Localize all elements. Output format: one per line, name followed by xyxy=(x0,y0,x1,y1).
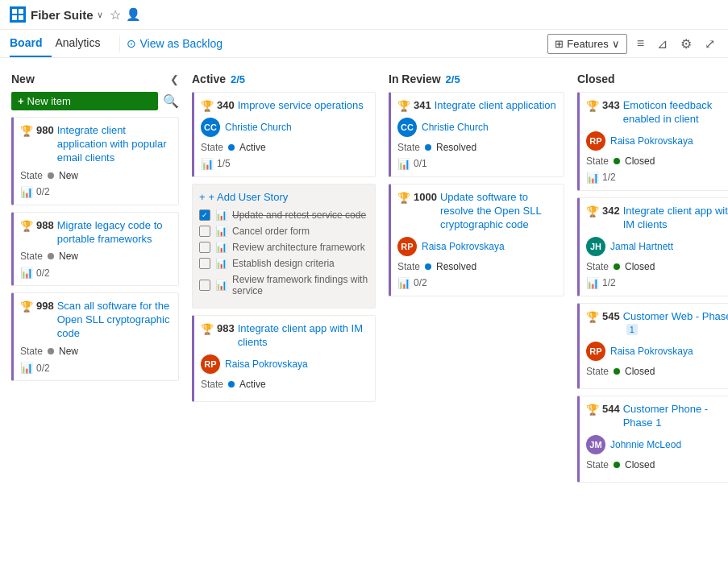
avatar-983: RP xyxy=(201,354,220,374)
tab-analytics[interactable]: Analytics xyxy=(55,30,110,57)
card-343[interactable]: 🏆 343 Emoticon feedback enabled in clien… xyxy=(577,92,728,191)
story-text-1: Update and retest service code xyxy=(232,209,366,221)
story-checkbox-4[interactable] xyxy=(199,258,210,269)
state-dot xyxy=(425,144,431,151)
new-item-button[interactable]: + New item xyxy=(11,92,158,110)
expand-icon[interactable]: ⤢ xyxy=(701,33,718,55)
card-340[interactable]: 🏆 340 Improve service operations CC Chri… xyxy=(192,92,376,177)
progress-value: 1/5 xyxy=(217,158,231,169)
search-icon[interactable]: 🔍 xyxy=(163,93,179,109)
card-341[interactable]: 🏆 341 Integrate client application CC Ch… xyxy=(389,92,564,177)
trophy-icon: 🏆 xyxy=(20,301,33,313)
card-983-user: RP Raisa Pokrovskaya xyxy=(201,354,368,374)
tab-board[interactable]: Board xyxy=(10,30,52,57)
state-value: New xyxy=(59,251,78,262)
card-988-progress: 📊 0/2 xyxy=(20,267,172,279)
column-in-review-count: 2/5 xyxy=(446,73,460,85)
avatar-544: JM xyxy=(586,435,605,454)
progress-icon: 📊 xyxy=(397,277,410,289)
column-new-title: New xyxy=(11,73,35,85)
card-342-title[interactable]: Integrate client app with IM clients xyxy=(623,205,728,232)
card-998[interactable]: 🏆 998 Scan all software for the Open SLL… xyxy=(11,292,179,381)
progress-value: 0/2 xyxy=(36,267,50,279)
story-checkbox-5[interactable] xyxy=(199,280,210,291)
card-980-progress: 📊 0/2 xyxy=(20,186,172,198)
card-544-title[interactable]: Customer Phone - Phase 1 xyxy=(623,403,728,430)
card-998-title[interactable]: Scan all software for the Open SLL crypt… xyxy=(57,300,172,341)
story-item-5: 📊 Review framework findings with service xyxy=(199,274,368,296)
column-closed-title: Closed xyxy=(577,73,615,85)
progress-icon: 📊 xyxy=(201,158,214,170)
story-text-3: Review architecture framework xyxy=(232,242,365,253)
card-1000-header: 🏆 1000 Update software to resolve the Op… xyxy=(397,191,557,232)
story-bar-icon: 📊 xyxy=(215,280,227,291)
plus-icon: + xyxy=(18,95,24,107)
card-983-title[interactable]: Integrate client app with IM clients xyxy=(238,322,368,350)
card-980-title[interactable]: Integrate client application with popula… xyxy=(57,124,172,165)
card-342[interactable]: 🏆 342 Integrate client app with IM clien… xyxy=(577,197,728,296)
people-icon[interactable]: 👤 xyxy=(126,7,141,22)
user-name-544: Johnnie McLeod xyxy=(610,439,681,450)
card-343-header: 🏆 343 Emoticon feedback enabled in clien… xyxy=(586,99,728,126)
filter-icon[interactable]: ⊿ xyxy=(654,33,671,55)
card-988-title[interactable]: Migrate legacy code to portable framewor… xyxy=(57,219,172,247)
user-story-section: + + Add User Story ✓ 📊 Update and retest… xyxy=(192,184,376,309)
state-value: New xyxy=(59,346,78,357)
avatar-342: JH xyxy=(586,237,605,256)
backlog-icon: ⊙ xyxy=(127,37,136,50)
state-dot xyxy=(425,263,431,270)
card-988[interactable]: 🏆 988 Migrate legacy code to portable fr… xyxy=(11,212,179,287)
story-checkbox-1[interactable]: ✓ xyxy=(199,209,210,221)
progress-icon: 📊 xyxy=(20,186,33,198)
features-button[interactable]: ⊞ Features ∨ xyxy=(547,34,626,54)
state-value: Closed xyxy=(625,155,655,167)
card-983-id: 983 xyxy=(217,322,235,334)
avatar-1000: RP xyxy=(397,237,417,256)
card-340-id: 340 xyxy=(217,99,235,111)
svg-rect-2 xyxy=(12,15,17,20)
column-new-collapse[interactable]: ❮ xyxy=(170,73,179,85)
avatar-343: RP xyxy=(586,131,605,151)
card-341-progress: 📊 0/1 xyxy=(397,158,557,170)
card-1000-state: State Resolved xyxy=(397,261,557,272)
settings-icon[interactable]: ⚙ xyxy=(677,33,695,55)
card-983[interactable]: 🏆 983 Integrate client app with IM clien… xyxy=(192,315,376,402)
card-544[interactable]: 🏆 544 Customer Phone - Phase 1 JM Johnni… xyxy=(577,396,728,483)
card-340-title[interactable]: Improve service operations xyxy=(238,99,364,113)
favorite-icon[interactable]: ☆ xyxy=(110,7,121,23)
card-980[interactable]: 🏆 980 Integrate client application with … xyxy=(11,117,179,205)
story-checkbox-3[interactable] xyxy=(199,242,210,253)
story-item-3: 📊 Review architecture framework xyxy=(199,242,368,253)
card-1000-id: 1000 xyxy=(414,191,437,203)
card-545[interactable]: 🏆 545 Customer Web - Phase 1 RP Raisa Po… xyxy=(577,303,728,390)
card-342-header: 🏆 342 Integrate client app with IM clien… xyxy=(586,205,728,232)
card-544-user: JM Johnnie McLeod xyxy=(586,435,728,454)
state-value: Closed xyxy=(625,459,655,470)
add-user-story-button[interactable]: + + Add User Story xyxy=(199,191,368,203)
state-label: State xyxy=(397,142,420,153)
card-1000[interactable]: 🏆 1000 Update software to resolve the Op… xyxy=(389,184,564,296)
app-chevron[interactable]: ∨ xyxy=(97,10,103,20)
column-in-review-header: In Review 2/5 xyxy=(389,68,564,92)
trophy-icon: 🏆 xyxy=(586,100,599,112)
column-settings-icon[interactable]: ≡ xyxy=(634,33,647,54)
card-342-state: State Closed xyxy=(586,261,728,272)
card-545-title[interactable]: Customer Web - Phase 1 xyxy=(623,310,728,338)
card-340-progress: 📊 1/5 xyxy=(201,158,368,170)
features-label: Features xyxy=(567,38,608,50)
add-story-label: + Add User Story xyxy=(209,191,289,203)
card-341-title[interactable]: Integrate client application xyxy=(435,99,556,113)
card-341-state: State Resolved xyxy=(397,142,557,153)
story-checkbox-2[interactable] xyxy=(199,226,210,237)
state-dot xyxy=(228,144,235,151)
state-dot xyxy=(48,253,54,259)
card-998-progress: 📊 0/2 xyxy=(20,362,172,374)
user-name-343: Raisa Pokrovskaya xyxy=(610,135,693,147)
nav-divider xyxy=(119,35,120,52)
card-343-title[interactable]: Emoticon feedback enabled in client xyxy=(623,99,728,126)
view-as-backlog[interactable]: ⊙ View as Backlog xyxy=(127,37,222,50)
card-1000-title[interactable]: Update software to resolve the Open SLL … xyxy=(440,191,557,232)
card-983-state: State Active xyxy=(201,379,368,390)
progress-value: 0/1 xyxy=(414,158,427,169)
story-bar-icon: 📊 xyxy=(215,226,227,237)
